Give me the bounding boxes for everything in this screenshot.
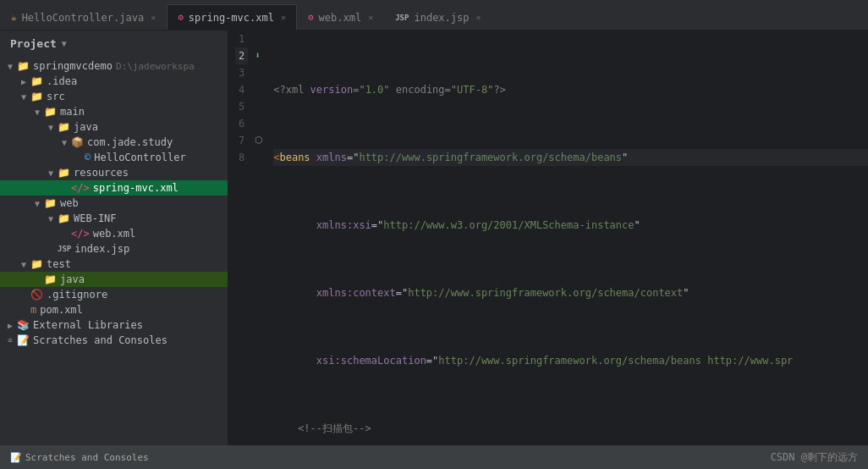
tab-spring-mvc[interactable]: ⚙ spring-mvc.xml ✕: [167, 4, 297, 30]
tree-label: java: [74, 121, 98, 133]
tree-item-test-java[interactable]: ▶ 📁 java: [0, 272, 228, 287]
tree-label: com.jade.study: [87, 136, 173, 148]
folder-icon: 📁: [44, 106, 57, 118]
xml-file-icon: </>: [71, 182, 90, 194]
tab-close-icon[interactable]: ✕: [151, 13, 156, 22]
tree-item-src[interactable]: ▼ 📁 src: [0, 89, 228, 104]
folder-icon: 📁: [44, 197, 57, 209]
expand-arrow: ▼: [17, 92, 30, 102]
tree-item-main[interactable]: ▼ 📁 main: [0, 104, 228, 119]
tree-label: WEB-INF: [74, 212, 117, 224]
tree-item-index-jsp[interactable]: ▶ JSP index.jsp: [0, 241, 228, 257]
folder-icon: 📁: [30, 75, 43, 87]
tree-label: test: [47, 258, 71, 270]
tab-close-icon[interactable]: ✕: [476, 13, 481, 22]
tree-item-hello-controller[interactable]: ▶ © HelloController: [0, 150, 228, 165]
code-line-4: xmlns:context="http://www.springframewor…: [273, 284, 868, 301]
tree-label: .gitignore: [47, 289, 107, 301]
main-area: Project ▼ ▼ 📁 springmvcdemo D:\jadeworks…: [0, 30, 868, 445]
source-folder-icon: 📁: [44, 273, 57, 285]
tree-item-package[interactable]: ▼ 📦 com.jade.study: [0, 135, 228, 150]
tree-label: index.jsp: [74, 243, 129, 255]
expand-arrow: ▼: [30, 199, 44, 208]
code-line-1: <?xml version="1.0" encoding="UTF-8"?>: [273, 81, 868, 98]
tab-index-jsp[interactable]: JSP index.jsp ✕: [384, 4, 492, 30]
line-numbers: 1 2 3 4 5 6 7 8: [228, 30, 255, 445]
line-num-4: 4: [235, 81, 248, 98]
tree-label: Scratches and Consoles: [33, 334, 168, 346]
resource-folder-icon: 📁: [58, 167, 70, 179]
gitignore-icon: 🚫: [30, 289, 43, 301]
line-num-2: 2: [235, 47, 248, 64]
editor-area[interactable]: 1 2 3 4 5 6 7 8 ⬇: [228, 30, 868, 445]
tab-label: index.jsp: [414, 12, 469, 24]
class-icon: ©: [85, 152, 91, 163]
tree-label: HelloController: [94, 152, 185, 163]
tab-hello-controller[interactable]: ☕ HelloController.java ✕: [0, 4, 167, 30]
scratches-icon: 📝: [17, 334, 30, 346]
gutter: ⬇ ⬡: [255, 30, 270, 445]
tree-item-web-xml[interactable]: ▶ </> web.xml: [0, 226, 228, 241]
tree-label: src: [47, 91, 65, 102]
tree-item-java[interactable]: ▼ 📁 java: [0, 119, 228, 135]
folder-icon: 📁: [58, 212, 70, 224]
sidebar-tree[interactable]: ▼ 📁 springmvcdemo D:\jadeworkspa ▶ 📁 .id…: [0, 57, 228, 445]
line-num-5: 5: [235, 98, 248, 115]
tree-item-webinf[interactable]: ▼ 📁 WEB-INF: [0, 211, 228, 226]
tree-label: resources: [74, 167, 129, 179]
tree-label: springmvcdemo: [33, 60, 113, 72]
maven-icon: m: [30, 304, 36, 316]
tree-item-external-libs[interactable]: ▶ 📚 External Libraries: [0, 317, 228, 333]
expand-arrow: ▶: [3, 321, 17, 330]
code-lines[interactable]: <?xml version="1.0" encoding="UTF-8"?> <…: [270, 30, 868, 445]
expand-arrow: ▼: [44, 168, 58, 178]
line-num-6: 6: [235, 115, 248, 132]
tab-close-icon[interactable]: ✕: [368, 13, 373, 22]
expand-arrow: ▼: [44, 214, 58, 223]
project-title: Project: [10, 37, 57, 50]
tab-label: spring-mvc.xml: [189, 12, 274, 24]
tree-label: spring-mvc.xml: [93, 182, 179, 194]
expand-arrow: ▶: [17, 77, 30, 86]
tab-web-xml[interactable]: ⚙ web.xml ✕: [297, 4, 384, 30]
code-line-2: <beans xmlns="http://www.springframework…: [273, 149, 868, 166]
expand-arrow: ▼: [17, 260, 30, 269]
tree-item-spring-mvc-xml[interactable]: ▶ </> spring-mvc.xml: [0, 180, 228, 196]
csdn-watermark: CSDN @剩下的远方: [771, 450, 858, 465]
tree-item-springmvcdemo[interactable]: ▼ 📁 springmvcdemo D:\jadeworkspa: [0, 58, 228, 74]
tree-label: web: [60, 197, 79, 209]
chevron-down-icon: ▼: [62, 39, 67, 48]
xml-icon: ⚙: [178, 12, 184, 23]
tree-item-resources[interactable]: ▼ 📁 resources: [0, 165, 228, 180]
tree-item-scratches[interactable]: ≡ 📝 Scratches and Consoles: [0, 333, 228, 348]
xml-file-icon: </>: [71, 228, 90, 240]
tree-item-test[interactable]: ▼ 📁 test: [0, 257, 228, 272]
code-line-3: xmlns:xsi="http://www.w3.org/2001/XMLSch…: [273, 217, 868, 234]
tree-item-idea[interactable]: ▶ 📁 .idea: [0, 74, 228, 89]
line-num-3: 3: [235, 64, 248, 81]
tree-item-pom[interactable]: ▶ m pom.xml: [0, 302, 228, 317]
expand-arrow: ▼: [30, 108, 44, 117]
editor-content: 1 2 3 4 5 6 7 8 ⬇: [228, 30, 868, 445]
tree-item-web[interactable]: ▼ 📁 web: [0, 196, 228, 211]
expand-arrow: ▼: [58, 138, 71, 147]
expand-arrow: ≡: [3, 336, 17, 345]
tab-label: HelloController.java: [22, 12, 145, 24]
expand-arrow: ▼: [44, 123, 58, 132]
module-icon: 📁: [17, 60, 30, 72]
folder-icon: 📁: [30, 258, 43, 270]
scratches-text: Scratches and Consoles: [25, 452, 149, 463]
tree-label: .idea: [47, 75, 77, 87]
java-icon: ☕: [11, 12, 17, 23]
sidebar-header: Project ▼: [0, 30, 228, 57]
folder-icon: 📁: [30, 91, 43, 102]
code-line-5: xsi:schemaLocation="http://www.springfra…: [273, 352, 868, 369]
tree-item-gitignore[interactable]: ▶ 🚫 .gitignore: [0, 287, 228, 302]
tab-close-icon[interactable]: ✕: [281, 13, 286, 22]
app-container: ☕ HelloController.java ✕ ⚙ spring-mvc.xm…: [0, 0, 868, 469]
tree-label: main: [60, 106, 85, 118]
jsp-icon: JSP: [395, 14, 409, 22]
tree-label: pom.xml: [40, 304, 83, 316]
bottom-bar: 📝 Scratches and Consoles CSDN @剩下的远方: [0, 445, 868, 469]
sidebar: Project ▼ ▼ 📁 springmvcdemo D:\jadeworks…: [0, 30, 228, 445]
